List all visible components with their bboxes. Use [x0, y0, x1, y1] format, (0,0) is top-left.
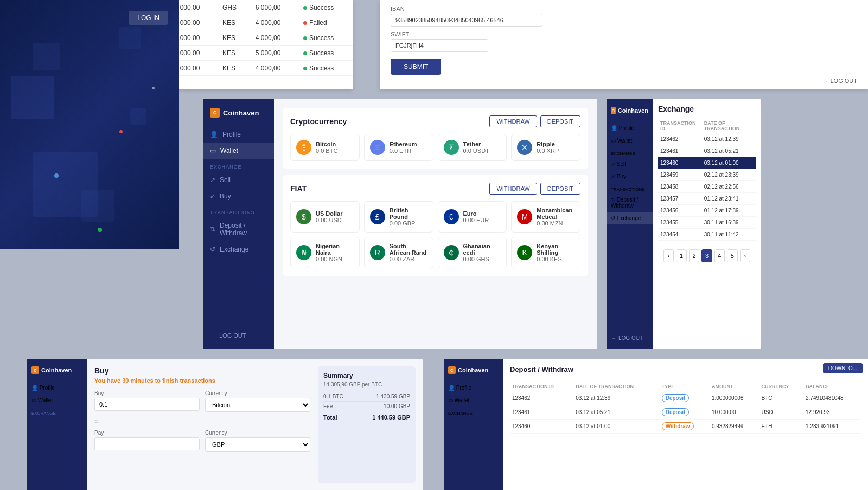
exchange-tx-id: 123461: [658, 145, 702, 157]
wallet-icon: ▭: [210, 147, 216, 154]
pay-label: Pay: [94, 430, 200, 436]
ex-page-5[interactable]: 5: [727, 249, 737, 262]
download-button[interactable]: DOWNLO...: [823, 363, 863, 373]
sidebar-item-wallet[interactable]: ▭ Wallet: [203, 143, 274, 159]
exchange-section-buy: EXCHANGE: [27, 407, 87, 417]
summary-amount: 0.1 BTC: [323, 394, 343, 399]
exchange-tx-id: 123454: [658, 229, 702, 241]
exchange-row[interactable]: 123456 01.12 at 17:39: [658, 205, 756, 217]
deposit-col: AMOUNT: [710, 382, 760, 391]
table-row: GHS: [217, 0, 250, 15]
buy-icon-right: ↙: [611, 173, 615, 179]
wallet-icon-buy: ▭: [31, 397, 36, 403]
sidebar-buy-wallet[interactable]: ▭ Wallet: [27, 394, 87, 407]
exchange-row[interactable]: 123458 02.12 at 22:56: [658, 181, 756, 193]
currency-balance: 0.00 MZN: [537, 220, 575, 227]
sell-icon: ↗: [210, 176, 215, 184]
sidebar-buy-profile[interactable]: 👤 Profile: [27, 382, 87, 394]
dep-balance: 1 283.921091: [803, 420, 861, 434]
currency-icon: M: [517, 209, 532, 224]
exchange-section-dep: EXCHANGE: [444, 407, 503, 417]
withdraw-fiat-button[interactable]: WITHDRAW: [489, 183, 537, 195]
currency-name: Kenyan Shilling: [537, 243, 575, 256]
withdraw-crypto-button[interactable]: WITHDRAW: [489, 115, 537, 127]
logout-link-top[interactable]: → LOG OUT: [822, 78, 857, 84]
deposit-fiat-button[interactable]: DEPOSIT: [540, 183, 580, 195]
exchange-row[interactable]: 123460 03.12 at 01:00: [658, 157, 756, 169]
exchange-row[interactable]: 123462 03.12 at 12:39: [658, 133, 756, 145]
currency-name: Euro: [463, 210, 501, 217]
exchange-icon-right: ↺: [611, 215, 615, 221]
submit-button[interactable]: SUBMIT: [391, 59, 441, 75]
buy-amount-input[interactable]: [94, 398, 200, 411]
transactions-section-label: TRANSACTIONS: [203, 204, 274, 217]
exchange-row[interactable]: 123461 03.12 at 05:21: [658, 145, 756, 157]
pay-currency-select[interactable]: GBP: [205, 437, 310, 452]
iban-input[interactable]: [391, 14, 542, 27]
exchange-date: 30.11 at 16:39: [702, 217, 756, 229]
sidebar-item-sell[interactable]: ↗ Sell: [203, 172, 274, 188]
summary-amount-gbp: 1 430.59 GBP: [376, 394, 410, 399]
sidebar-item-profile[interactable]: 👤 Profile: [203, 126, 274, 143]
sidebar-right-buy[interactable]: ↙ Buy: [607, 170, 653, 183]
sidebar-right-deposit[interactable]: ⇅ Deposit / Withdraw: [607, 194, 653, 212]
sidebar-right-sell[interactable]: ↗ Sell: [607, 158, 653, 170]
ex-next[interactable]: ›: [740, 249, 750, 262]
ex-page-4[interactable]: 4: [714, 249, 725, 262]
logout-icon-right: →: [611, 335, 616, 341]
exchange-row[interactable]: 123457 01.12 at 23:41: [658, 193, 756, 205]
deposit-col: TRANSACTION ID: [510, 382, 573, 391]
buy-title: Buy: [94, 366, 310, 375]
swift-input[interactable]: [391, 39, 488, 52]
currency-icon: ₿: [296, 140, 311, 155]
currency-balance: 0.00 EUR: [463, 217, 501, 223]
logout-sidebar-main[interactable]: → LOG OUT: [203, 328, 274, 343]
pay-input[interactable]: [94, 437, 200, 450]
summary-fee: 10.00 GBP: [384, 403, 410, 409]
crypto-card-bitcoin: ₿ Bitcoin 0.0 BTC: [290, 134, 360, 161]
login-button[interactable]: LOG IN: [129, 11, 168, 25]
exchange-row[interactable]: 123459 02.12 at 23:39: [658, 169, 756, 181]
logout-right-sm[interactable]: → LOG OUT: [607, 332, 653, 344]
ex-page-3[interactable]: 3: [701, 249, 712, 262]
exchange-row[interactable]: 123455 30.11 at 16:39: [658, 217, 756, 229]
ex-prev[interactable]: ‹: [663, 249, 674, 262]
exchange-row[interactable]: 123454 30.11 at 11:42: [658, 229, 756, 241]
profile-icon-dep: 👤: [448, 385, 455, 391]
sidebar-dep-wallet[interactable]: ▭ Wallet: [444, 394, 503, 407]
profile-icon: 👤: [210, 131, 218, 138]
ex-page-2[interactable]: 2: [689, 249, 699, 262]
sidebar-item-buy[interactable]: ↙ Buy: [203, 188, 274, 204]
fiat-title: FIAT: [290, 184, 307, 193]
table-row: KES: [217, 30, 250, 46]
sidebar-item-exchange[interactable]: ↺ Exchange: [203, 241, 274, 257]
currency-balance: 0.00 GBP: [390, 220, 427, 227]
sidebar-deposit: C Coinhaven 👤 Profile ▭ Wallet EXCHANGE: [444, 359, 503, 490]
dep-date: 03.12 at 05:21: [573, 405, 659, 420]
exchange-table: TRANSACTION ID DATE OF TRANSACTION 12346…: [658, 119, 756, 241]
fiat-card-nigerian-naira: ₦ Nigerian Naira 0.00 NGN: [290, 237, 360, 268]
exchange-tx-id: 123460: [658, 157, 702, 169]
currency-select[interactable]: Bitcoin: [205, 398, 310, 412]
dep-amount: 0.932829499: [710, 420, 760, 434]
deposit-row: 123461 03.12 at 05:21 Deposit 10 000.00 …: [510, 405, 861, 420]
wallet-main-panel: C Coinhaven 👤 Profile ▭ Wallet EXCHANGE …: [203, 99, 597, 349]
dep-type: Withdraw: [660, 420, 710, 434]
deposit-crypto-button[interactable]: DEPOSIT: [540, 115, 580, 127]
logo-icon: C: [210, 108, 220, 118]
deposit-row: 123462 03.12 at 12:39 Deposit 1.00000000…: [510, 391, 861, 405]
buy-time: 30 minutes: [122, 377, 153, 384]
currency-balance: 0.00 ZAR: [390, 256, 427, 262]
sidebar-main: C Coinhaven 👤 Profile ▭ Wallet EXCHANGE …: [203, 99, 274, 349]
sidebar-right-profile[interactable]: 👤 Profile: [607, 122, 653, 134]
sidebar-dep-profile[interactable]: 👤 Profile: [444, 382, 503, 394]
dep-currency: USD: [760, 405, 803, 420]
table-row: Success: [298, 30, 353, 46]
sidebar-right-exchange[interactable]: ↺ Exchange: [607, 212, 653, 224]
currency-icon: $: [296, 209, 311, 224]
sidebar-right-wallet[interactable]: ▭ Wallet: [607, 134, 653, 147]
sidebar-item-deposit[interactable]: ⇅ Deposit / Withdraw: [203, 217, 274, 241]
ex-page-1[interactable]: 1: [676, 249, 686, 262]
buy-form-area: Buy You have 30 minutes to finish transa…: [87, 359, 423, 490]
currency-name: South African Rand: [390, 243, 427, 256]
